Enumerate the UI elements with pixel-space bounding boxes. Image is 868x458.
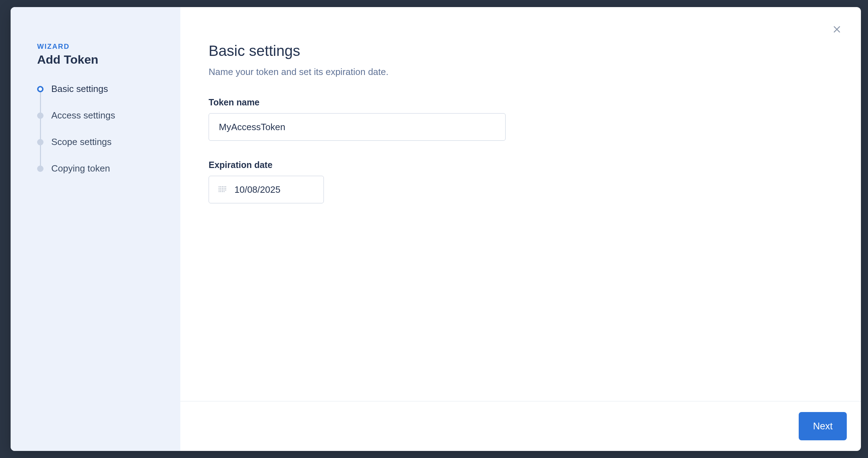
expiration-date-value: 10/08/2025 bbox=[234, 184, 280, 195]
svg-point-12 bbox=[219, 190, 220, 190]
expiration-date-input[interactable]: 10/08/2025 bbox=[209, 176, 324, 203]
svg-point-4 bbox=[222, 186, 223, 187]
step-label: Scope settings bbox=[51, 137, 112, 147]
expiration-date-field: Expiration date 10/08/2025 bbox=[209, 160, 833, 203]
svg-point-3 bbox=[220, 186, 221, 187]
calendar-icon bbox=[217, 185, 227, 195]
svg-point-18 bbox=[220, 191, 221, 192]
svg-point-13 bbox=[220, 190, 221, 190]
wizard-main: Basic settings Name your token and set i… bbox=[180, 7, 861, 451]
step-indicator-icon bbox=[37, 139, 43, 145]
wizard-eyebrow: WIZARD bbox=[37, 42, 159, 51]
svg-point-7 bbox=[219, 188, 220, 189]
svg-point-15 bbox=[224, 190, 225, 190]
svg-point-19 bbox=[222, 191, 223, 192]
wizard-sidebar: WIZARD Add Token Basic settings Access s… bbox=[11, 7, 180, 451]
svg-point-5 bbox=[224, 186, 225, 187]
svg-point-9 bbox=[222, 188, 223, 189]
step-label: Basic settings bbox=[51, 83, 108, 94]
step-scope-settings[interactable]: Scope settings bbox=[37, 137, 159, 163]
token-name-label: Token name bbox=[209, 97, 833, 108]
next-button[interactable]: Next bbox=[799, 412, 847, 440]
step-label: Access settings bbox=[51, 110, 115, 121]
svg-point-14 bbox=[222, 190, 223, 190]
step-copying-token[interactable]: Copying token bbox=[37, 163, 159, 174]
step-indicator-icon bbox=[37, 112, 43, 119]
page-subtitle: Name your token and set its expiration d… bbox=[209, 66, 833, 77]
close-button[interactable] bbox=[831, 23, 843, 36]
step-label: Copying token bbox=[51, 163, 110, 174]
svg-point-20 bbox=[224, 191, 225, 192]
wizard-title: Add Token bbox=[37, 53, 159, 66]
svg-point-2 bbox=[219, 186, 220, 187]
close-icon bbox=[832, 25, 841, 35]
wizard-content: Basic settings Name your token and set i… bbox=[180, 7, 861, 401]
step-indicator-icon bbox=[37, 86, 43, 92]
wizard-footer: Next bbox=[180, 401, 861, 451]
page-title: Basic settings bbox=[209, 42, 833, 59]
expiration-date-label: Expiration date bbox=[209, 160, 833, 170]
svg-point-10 bbox=[224, 188, 225, 189]
wizard-modal: WIZARD Add Token Basic settings Access s… bbox=[11, 7, 861, 451]
svg-point-16 bbox=[225, 190, 226, 190]
token-name-input[interactable] bbox=[209, 113, 506, 141]
wizard-steps: Basic settings Access settings Scope set… bbox=[37, 83, 159, 174]
svg-point-11 bbox=[225, 188, 226, 189]
svg-point-8 bbox=[220, 188, 221, 189]
step-access-settings[interactable]: Access settings bbox=[37, 110, 159, 137]
step-indicator-icon bbox=[37, 166, 43, 172]
step-basic-settings[interactable]: Basic settings bbox=[37, 83, 159, 110]
svg-point-17 bbox=[219, 191, 220, 192]
svg-point-6 bbox=[225, 186, 226, 187]
token-name-field: Token name bbox=[209, 97, 833, 141]
